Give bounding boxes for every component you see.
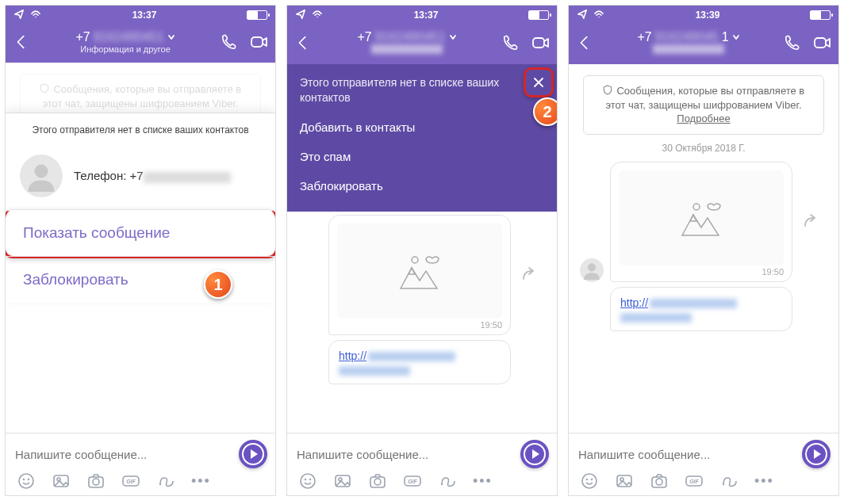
chevron-down-icon — [732, 33, 740, 41]
status-time: 13:37 — [324, 10, 528, 21]
more-icon[interactable]: ••• — [473, 474, 493, 488]
message-input[interactable] — [295, 443, 514, 466]
screen-1: 13:37 +79162490451 Информация и другое С… — [5, 5, 276, 496]
chat-header: +79162490451 Информация и другое — [6, 25, 275, 63]
highlight-close — [524, 67, 554, 97]
unknown-sender-banner: Этого отправителя нет в списке ваших кон… — [287, 64, 557, 211]
banner-spam[interactable]: Это спам — [300, 142, 517, 171]
sheet-phone-number: Телефон: +7 — [74, 169, 231, 182]
status-bar: 13:39 — [569, 6, 838, 25]
audio-call-button[interactable] — [501, 33, 520, 52]
screen-3: 13:39 +79162490451 Сообщения, которые вы… — [568, 5, 839, 496]
airplane-icon — [577, 9, 588, 22]
chat-header: +79162490451 — [569, 25, 838, 64]
emoji-icon[interactable] — [298, 472, 317, 491]
battery-icon — [247, 10, 267, 20]
unknown-sender-sheet: Этого отправителя нет в списке ваших кон… — [6, 113, 275, 303]
status-time: 13:37 — [42, 10, 247, 21]
battery-icon — [810, 10, 831, 20]
send-button[interactable] — [520, 440, 549, 468]
input-bar: ••• — [569, 433, 838, 495]
chat-header: +79162490451 — [287, 25, 557, 64]
message-time: 19:50 — [480, 320, 502, 330]
banner-block[interactable]: Заблокировать — [300, 171, 517, 200]
wifi-icon — [593, 10, 605, 21]
image-message[interactable]: 19:50 — [328, 215, 511, 335]
message-time: 19:50 — [762, 267, 784, 277]
chat-area: 19:50 http:// — [287, 212, 557, 433]
back-button[interactable] — [12, 32, 31, 52]
gif-icon[interactable] — [403, 472, 422, 491]
status-bar: 13:37 — [287, 6, 557, 25]
gif-icon[interactable] — [121, 472, 140, 491]
date-separator: 30 Октября 2018 Г. — [569, 143, 838, 154]
airplane-icon — [295, 9, 306, 22]
avatar-placeholder — [580, 258, 604, 282]
video-call-button[interactable] — [250, 32, 269, 52]
encryption-notice: Сообщения, которые вы отправляете в этот… — [583, 75, 824, 135]
back-button[interactable] — [575, 33, 594, 52]
gallery-icon[interactable] — [52, 472, 71, 491]
shield-icon — [603, 85, 612, 94]
camera-icon[interactable] — [650, 472, 669, 491]
audio-call-button[interactable] — [220, 32, 239, 52]
forward-icon[interactable] — [520, 266, 538, 284]
sheet-note: Этого отправителя нет в списке ваших кон… — [6, 113, 275, 148]
camera-icon[interactable] — [86, 472, 106, 491]
header-phone[interactable]: +79162490451 — [31, 29, 220, 44]
status-bar: 13:37 — [6, 6, 275, 25]
header-subtitle — [313, 44, 501, 56]
encryption-more-link[interactable]: Подробнее — [677, 113, 730, 124]
avatar-placeholder — [20, 155, 63, 197]
header-phone[interactable]: +79162490451 — [594, 29, 783, 44]
show-message-button[interactable]: Показать сообщение — [6, 209, 275, 258]
gif-icon[interactable] — [685, 472, 704, 491]
header-subtitle: Информация и другое — [31, 44, 220, 55]
send-button[interactable] — [802, 440, 831, 468]
wifi-icon — [29, 10, 42, 21]
callout-badge-1: 1 — [204, 270, 232, 299]
more-icon[interactable]: ••• — [754, 474, 774, 488]
back-button[interactable] — [293, 33, 313, 52]
link-message[interactable]: http:// — [610, 287, 792, 331]
image-placeholder-icon — [337, 223, 502, 319]
callout-badge-2: 2 — [533, 97, 558, 126]
header-phone[interactable]: +79162490451 — [313, 29, 501, 44]
doodle-icon[interactable] — [719, 472, 738, 491]
chevron-down-icon — [167, 33, 175, 41]
chat-area: Сообщения, которые вы отправляете в этот… — [6, 63, 275, 433]
wifi-icon — [311, 10, 324, 21]
input-bar: ••• — [6, 433, 275, 495]
image-placeholder-icon — [619, 170, 784, 265]
airplane-icon — [13, 9, 25, 22]
battery-icon — [528, 10, 549, 20]
header-subtitle — [594, 44, 783, 56]
message-input[interactable] — [13, 443, 232, 466]
emoji-icon[interactable] — [580, 472, 599, 491]
chat-area: Сообщения, которые вы отправляете в этот… — [569, 64, 838, 433]
video-call-button[interactable] — [813, 33, 832, 52]
message-input[interactable] — [577, 443, 796, 466]
image-message[interactable]: 19:50 — [610, 162, 792, 282]
emoji-icon[interactable] — [17, 472, 36, 491]
block-button[interactable]: Заблокировать — [6, 256, 275, 303]
forward-icon[interactable] — [802, 213, 819, 231]
doodle-icon[interactable] — [156, 472, 175, 491]
camera-icon[interactable] — [368, 472, 387, 491]
gallery-icon[interactable] — [615, 472, 634, 491]
send-button[interactable] — [239, 440, 267, 468]
message-link[interactable]: http:// — [339, 349, 455, 362]
chevron-down-icon — [449, 33, 457, 41]
banner-add-contact[interactable]: Добавить в контакты — [300, 113, 517, 142]
gallery-icon[interactable] — [333, 472, 352, 491]
banner-title: Этого отправителя нет в списке ваших кон… — [300, 75, 517, 104]
input-bar: ••• — [287, 433, 557, 495]
screen-2: 13:37 +79162490451 Этого отправителя нет… — [286, 5, 558, 496]
video-call-button[interactable] — [531, 33, 551, 52]
status-time: 13:39 — [605, 10, 810, 21]
message-link[interactable]: http:// — [620, 296, 737, 309]
audio-call-button[interactable] — [783, 33, 802, 52]
more-icon[interactable]: ••• — [191, 474, 211, 488]
link-message[interactable]: http:// — [328, 340, 511, 384]
doodle-icon[interactable] — [438, 472, 457, 491]
